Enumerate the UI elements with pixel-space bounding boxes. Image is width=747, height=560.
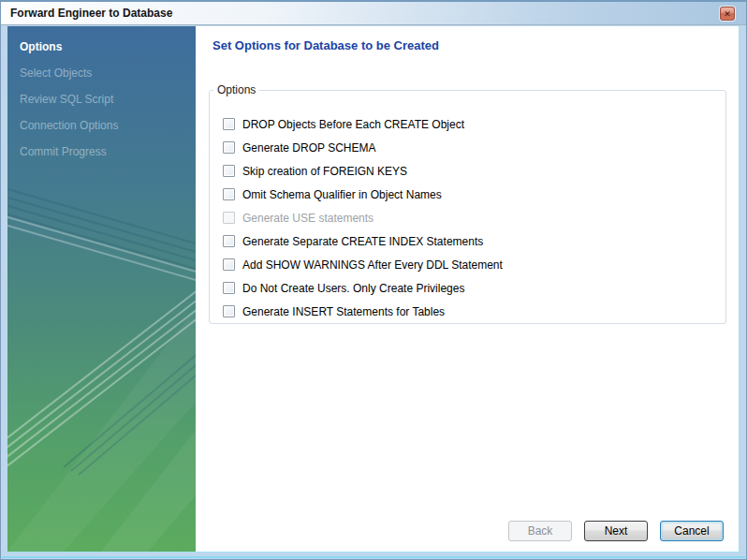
wizard-content: Set Options for Database to be Created O…: [196, 26, 739, 552]
wizard-footer: Back Next Cancel: [508, 521, 724, 541]
checkbox-label: Add SHOW WARNINGS After Every DDL Statem…: [242, 258, 503, 272]
checkbox-row-omit-schema-qualifier[interactable]: Omit Schema Qualifier in Object Names: [210, 183, 725, 206]
page-title: Set Options for Database to be Created: [212, 38, 439, 52]
close-icon: ✕: [724, 9, 731, 19]
sidebar-item-select-objects[interactable]: Select Objects: [7, 60, 196, 86]
checkbox-label: Generate DROP SCHEMA: [242, 141, 376, 155]
sidebar-item-review-sql-script[interactable]: Review SQL Script: [7, 86, 196, 112]
checkbox-unchecked-icon[interactable]: [223, 188, 235, 200]
checkbox-label: Generate INSERT Statements for Tables: [242, 305, 445, 318]
checkbox-unchecked-icon[interactable]: [223, 235, 235, 247]
checkbox-row-no-create-users[interactable]: Do Not Create Users. Only Create Privile…: [210, 276, 725, 300]
checkbox-row-generate-drop-schema[interactable]: Generate DROP SCHEMA: [210, 136, 725, 159]
checkbox-unchecked-icon[interactable]: [223, 141, 235, 154]
checkbox-row-separate-create-index[interactable]: Generate Separate CREATE INDEX Statement…: [210, 229, 725, 253]
checkbox-label: Omit Schema Qualifier in Object Names: [242, 188, 442, 201]
next-button[interactable]: Next: [584, 521, 648, 541]
back-button[interactable]: Back: [508, 521, 572, 541]
checkbox-row-skip-foreign-keys[interactable]: Skip creation of FOREIGN KEYS: [210, 159, 725, 183]
checkbox-label: Do Not Create Users. Only Create Privile…: [242, 282, 464, 295]
sidebar-item-options[interactable]: Options: [7, 34, 196, 60]
checkbox-label: Generate USE statements: [242, 212, 374, 225]
checkbox-label: DROP Objects Before Each CREATE Object: [242, 118, 464, 131]
checkbox-row-generate-insert-statements[interactable]: Generate INSERT Statements for Tables: [210, 300, 725, 323]
checkbox-row-generate-use-statements: Generate USE statements: [210, 206, 725, 229]
checkbox-unchecked-icon[interactable]: [223, 118, 235, 130]
checkbox-label: Skip creation of FOREIGN KEYS: [242, 165, 407, 178]
checkbox-unchecked-icon[interactable]: [223, 282, 235, 294]
checkbox-unchecked-icon[interactable]: [223, 258, 235, 271]
options-groupbox: Options DROP Objects Before Each CREATE …: [209, 83, 726, 324]
forward-engineer-dialog: Forward Engineer to Database ✕ Options S…: [0, 0, 747, 560]
cancel-button[interactable]: Cancel: [660, 521, 724, 541]
close-button[interactable]: ✕: [720, 7, 735, 21]
checkbox-unchecked-disabled-icon: [223, 212, 235, 224]
options-group-label: Options: [213, 83, 259, 96]
checkbox-unchecked-icon[interactable]: [223, 165, 235, 177]
titlebar[interactable]: Forward Engineer to Database ✕: [1, 1, 746, 25]
dialog-frame: Options Select Objects Review SQL Script…: [7, 26, 739, 552]
sidebar-item-commit-progress[interactable]: Commit Progress: [7, 139, 196, 165]
checkbox-label: Generate Separate CREATE INDEX Statement…: [242, 235, 483, 248]
window-title: Forward Engineer to Database: [10, 7, 172, 20]
checkbox-row-add-show-warnings[interactable]: Add SHOW WARNINGS After Every DDL Statem…: [210, 253, 725, 276]
checkbox-unchecked-icon[interactable]: [223, 305, 235, 317]
sidebar-decoration-swoosh: [7, 158, 196, 552]
checkbox-row-drop-objects[interactable]: DROP Objects Before Each CREATE Object: [210, 112, 725, 136]
sidebar-item-connection-options[interactable]: Connection Options: [7, 112, 196, 139]
wizard-steps-sidebar: Options Select Objects Review SQL Script…: [7, 26, 196, 552]
